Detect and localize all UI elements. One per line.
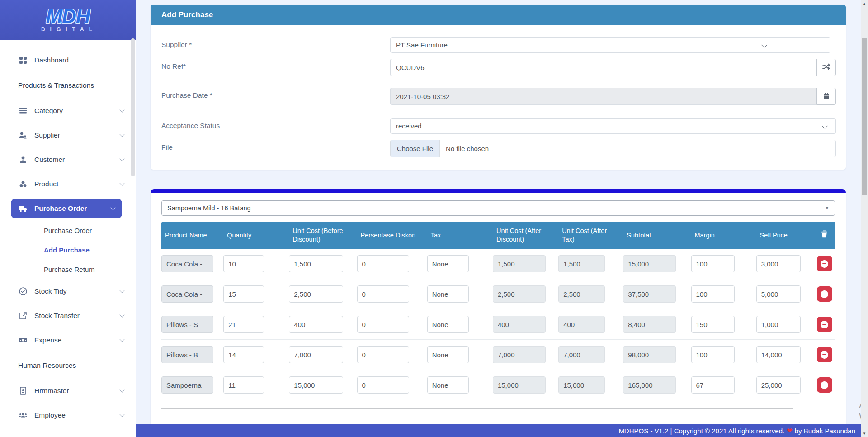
no-ref-input[interactable]: [390, 59, 816, 76]
tax-input[interactable]: [427, 376, 469, 394]
sidebar-subitem-purchase-order[interactable]: Purchase Order: [0, 221, 136, 240]
subtotal-input[interactable]: [623, 285, 676, 303]
tax-input[interactable]: [427, 346, 469, 363]
unit-cost-after-tax-input[interactable]: [558, 285, 605, 303]
product-name-input[interactable]: [161, 285, 213, 303]
choose-file-button[interactable]: Choose File: [391, 140, 440, 157]
unit-cost-after-discount-input[interactable]: [493, 376, 546, 394]
col-tax: Tax: [427, 222, 493, 249]
sell-price-input[interactable]: [756, 346, 801, 363]
margin-input[interactable]: [691, 376, 735, 394]
sidebar-item-stock-transfer[interactable]: Stock Transfer: [0, 304, 136, 328]
sidebar-item-dashboard[interactable]: Dashboard: [0, 48, 136, 72]
subtotal-input[interactable]: [623, 376, 676, 394]
sell-price-input[interactable]: [756, 316, 801, 333]
sell-price-input[interactable]: [756, 376, 801, 394]
persentase-diskon-input[interactable]: [357, 285, 409, 303]
unit-cost-after-discount-input[interactable]: [493, 255, 546, 272]
margin-input[interactable]: [691, 316, 735, 333]
unit-cost-before-input[interactable]: [289, 255, 343, 272]
unit-cost-before-input[interactable]: [289, 285, 343, 303]
col-delete: [814, 222, 835, 249]
app-logo[interactable]: MDH DIGITAL: [0, 0, 136, 40]
sidebar-item-category[interactable]: Category: [0, 99, 136, 123]
dashboard-icon: [18, 56, 28, 65]
tax-input[interactable]: [427, 316, 469, 333]
supplier-select[interactable]: PT Sae Furniture: [390, 37, 830, 53]
tax-input[interactable]: [427, 285, 469, 303]
subtotal-input[interactable]: [623, 346, 676, 363]
unit-cost-after-discount-input[interactable]: [493, 346, 546, 363]
quantity-input[interactable]: [223, 376, 264, 394]
minus-circle-icon: [821, 260, 828, 268]
unit-cost-after-tax-input[interactable]: [558, 376, 605, 394]
scroll-up-arrow[interactable]: ▲: [861, 0, 868, 7]
page-scrollbar[interactable]: ▲ ▼: [861, 0, 868, 437]
unit-cost-after-tax-input[interactable]: [558, 316, 605, 333]
persentase-diskon-input[interactable]: [357, 376, 409, 394]
quantity-input[interactable]: [223, 346, 264, 363]
sidebar-item-label: Employee: [34, 411, 66, 419]
unit-cost-after-discount-input[interactable]: [493, 316, 546, 333]
product-name-input[interactable]: [161, 376, 213, 394]
trash-icon: [821, 232, 828, 239]
sidebar-item-product[interactable]: Product: [0, 172, 136, 196]
file-label: File: [161, 140, 390, 157]
sidebar-item-purchase-order[interactable]: Purchase Order: [11, 199, 122, 218]
col-unit-cost-before: Unit Cost (Before Discount): [289, 222, 357, 249]
sidebar-nav: Dashboard Products & Transactions Catego…: [0, 40, 136, 428]
divider: [161, 408, 793, 409]
sidebar-subitem-purchase-return[interactable]: Purchase Return: [0, 260, 136, 279]
product-picker-select[interactable]: Sampoerna Mild - 16 Batang ▼: [161, 200, 835, 216]
sidebar-item-supplier[interactable]: Supplier: [0, 123, 136, 147]
sell-price-input[interactable]: [756, 285, 801, 303]
sidebar-item-employee[interactable]: Employee: [0, 403, 136, 428]
remove-row-button[interactable]: [817, 286, 832, 302]
minus-circle-icon: [821, 381, 828, 389]
margin-input[interactable]: [691, 255, 735, 272]
remove-row-button[interactable]: [817, 256, 832, 271]
quantity-input[interactable]: [223, 285, 264, 303]
tax-input[interactable]: [427, 255, 469, 272]
scrollbar-thumb[interactable]: [862, 38, 867, 195]
sidebar-item-stock-tidy[interactable]: Stock Tidy: [0, 279, 136, 304]
sell-price-input[interactable]: [756, 255, 801, 272]
persentase-diskon-input[interactable]: [357, 255, 409, 272]
margin-input[interactable]: [691, 346, 735, 363]
acceptance-status-label: Acceptance Status: [161, 118, 390, 134]
unit-cost-before-input[interactable]: [289, 346, 343, 363]
remove-row-button[interactable]: [817, 347, 832, 362]
calendar-button[interactable]: [816, 88, 836, 105]
persentase-diskon-input[interactable]: [357, 316, 409, 333]
generate-ref-button[interactable]: [816, 59, 836, 76]
product-name-input[interactable]: [161, 255, 213, 272]
calendar-icon: [823, 92, 830, 101]
chevron-down-icon: [119, 312, 124, 317]
unit-cost-after-tax-input[interactable]: [558, 255, 605, 272]
subtotal-input[interactable]: [623, 316, 676, 333]
unit-cost-after-discount-input[interactable]: [493, 285, 546, 303]
sidebar-subitem-add-purchase[interactable]: Add Purchase: [0, 240, 136, 260]
unit-cost-before-input[interactable]: [289, 316, 343, 333]
acceptance-status-select[interactable]: received: [390, 118, 836, 134]
remove-row-button[interactable]: [817, 317, 832, 332]
purchase-date-input[interactable]: [390, 88, 816, 105]
remove-row-button[interactable]: [817, 377, 832, 393]
persentase-diskon-input[interactable]: [357, 346, 409, 363]
sidebar-item-hrmmaster[interactable]: Hrmmaster: [0, 379, 136, 403]
sidebar-scrollbar-thumb[interactable]: [131, 38, 135, 176]
employees-icon: [18, 411, 28, 420]
quantity-input[interactable]: [223, 255, 264, 272]
quantity-input[interactable]: [223, 316, 264, 333]
sidebar-item-customer[interactable]: Customer: [0, 147, 136, 172]
sidebar-item-expense[interactable]: Expense: [0, 328, 136, 352]
subtotal-input[interactable]: [623, 255, 676, 272]
unit-cost-before-input[interactable]: [289, 376, 343, 394]
file-input[interactable]: Choose File No file chosen: [390, 140, 836, 157]
unit-cost-after-tax-input[interactable]: [558, 346, 605, 363]
margin-input[interactable]: [691, 285, 735, 303]
scroll-down-arrow[interactable]: ▼: [861, 430, 868, 437]
product-name-input[interactable]: [161, 316, 213, 333]
product-name-input[interactable]: [161, 346, 213, 363]
page-title: Add Purchase: [151, 5, 846, 25]
